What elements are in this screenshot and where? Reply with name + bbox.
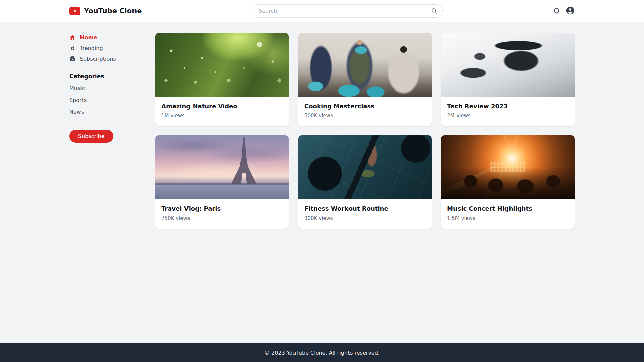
video-title: Amazing Nature Video — [161, 103, 283, 110]
video-title: Tech Review 2023 — [447, 103, 569, 110]
page-footer: © 2023 YouTube Clone. All rights reserve… — [0, 343, 644, 362]
copyright-text: © 2023 YouTube Clone. All rights reserve… — [264, 350, 380, 356]
category-item-music[interactable]: Music — [69, 85, 155, 92]
flame-icon — [69, 45, 75, 51]
categories-heading: Categories — [69, 73, 155, 80]
video-thumbnail-tech[interactable] — [441, 33, 575, 97]
video-views: 1.5M views — [447, 215, 569, 221]
subscribe-button[interactable]: Subscribe — [69, 130, 113, 143]
video-views: 500K views — [304, 113, 426, 119]
brand-logo[interactable]: YouTube Clone — [69, 7, 142, 15]
sidebar-item-label: Home — [80, 34, 97, 41]
search-box — [252, 4, 443, 18]
bell-icon — [553, 7, 560, 15]
subscriptions-icon — [69, 56, 75, 62]
video-title: Cooking Masterclass — [304, 103, 426, 110]
home-icon — [69, 34, 75, 40]
video-views: 2M views — [447, 113, 569, 119]
profile-button[interactable] — [566, 6, 575, 16]
search-input[interactable] — [252, 4, 443, 18]
video-card[interactable]: Fitness Workout Routine 300K views — [298, 135, 432, 229]
video-card[interactable]: Cooking Masterclass 500K views — [298, 33, 432, 126]
category-item-sports[interactable]: Sports — [69, 97, 155, 103]
video-title: Travel Vlog: Paris — [161, 205, 283, 212]
video-title: Fitness Workout Routine — [304, 205, 426, 212]
notifications-button[interactable] — [553, 7, 560, 15]
category-item-news[interactable]: News — [69, 109, 155, 115]
video-title: Music Concert Highlights — [447, 205, 569, 212]
app-header: YouTube Clone — [0, 0, 644, 22]
video-thumbnail-nature[interactable] — [155, 33, 289, 97]
user-avatar-icon — [566, 6, 575, 16]
video-thumbnail-concert[interactable] — [441, 135, 575, 199]
video-thumbnail-paris[interactable] — [155, 135, 289, 199]
search-icon[interactable] — [431, 8, 438, 14]
sidebar: Home Trending Subscriptions Categories M… — [69, 33, 155, 143]
video-card[interactable]: Tech Review 2023 2M views — [441, 33, 575, 126]
sidebar-item-label: Subscriptions — [80, 56, 116, 62]
video-views: 750K views — [161, 215, 283, 221]
video-grid: Amazing Nature Video 1M views Cooking Ma… — [155, 33, 575, 229]
video-views: 1M views — [161, 113, 283, 119]
sidebar-item-label: Trending — [80, 45, 103, 51]
video-thumbnail-fitness[interactable] — [298, 135, 432, 199]
brand-title: YouTube Clone — [84, 7, 142, 15]
play-logo-icon — [69, 7, 80, 15]
video-card[interactable]: Amazing Nature Video 1M views — [155, 33, 289, 126]
video-card[interactable]: Travel Vlog: Paris 750K views — [155, 135, 289, 229]
video-card[interactable]: Music Concert Highlights 1.5M views — [441, 135, 575, 229]
video-views: 300K views — [304, 215, 426, 221]
video-thumbnail-cooking[interactable] — [298, 33, 432, 97]
sidebar-item-trending[interactable]: Trending — [69, 44, 155, 52]
sidebar-item-home[interactable]: Home — [69, 33, 155, 42]
sidebar-item-subscriptions[interactable]: Subscriptions — [69, 54, 155, 63]
